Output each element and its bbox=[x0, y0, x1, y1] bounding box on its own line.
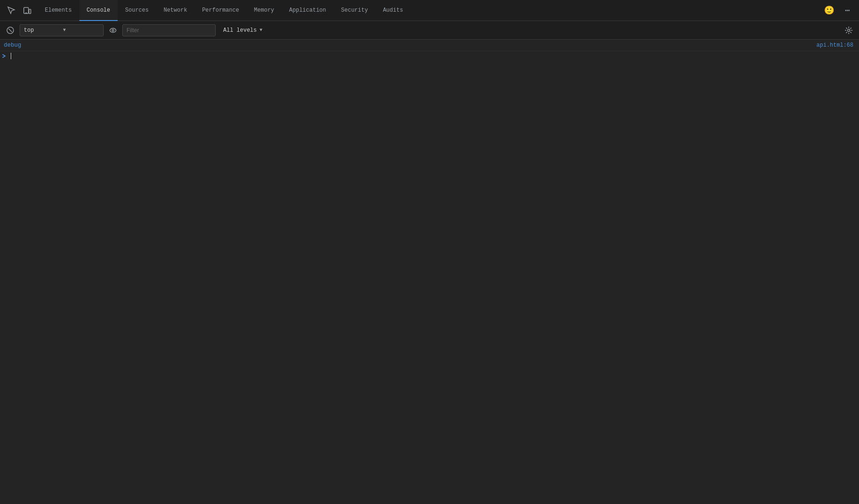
console-prompt-icon bbox=[2, 53, 8, 59]
log-source[interactable]: api.html:68 bbox=[817, 41, 853, 49]
tab-audits[interactable]: Audits bbox=[375, 0, 410, 21]
live-expression-icon[interactable] bbox=[106, 24, 120, 37]
tab-bar-right: 🙂 ⋯ bbox=[822, 3, 855, 18]
levels-label: All levels bbox=[223, 27, 257, 34]
more-options-icon[interactable]: ⋯ bbox=[840, 3, 855, 18]
tab-bar-left bbox=[4, 3, 35, 18]
tab-security[interactable]: Security bbox=[334, 0, 376, 21]
context-value: top bbox=[24, 27, 60, 34]
tab-items: Elements Console Sources Network Perform… bbox=[37, 0, 410, 21]
console-toolbar: top ▼ All levels ▼ bbox=[0, 21, 859, 40]
context-chevron-icon: ▼ bbox=[63, 28, 99, 33]
device-toggle-icon[interactable] bbox=[20, 3, 35, 18]
tab-sources[interactable]: Sources bbox=[118, 0, 156, 21]
cursor-blink bbox=[11, 53, 11, 59]
console-input-row[interactable] bbox=[0, 51, 859, 61]
tab-elements[interactable]: Elements bbox=[37, 0, 79, 21]
tab-performance[interactable]: Performance bbox=[195, 0, 246, 21]
feedback-icon[interactable]: 🙂 bbox=[822, 3, 837, 18]
clear-console-icon[interactable] bbox=[4, 24, 17, 37]
log-text: debug bbox=[4, 41, 817, 49]
tab-memory[interactable]: Memory bbox=[246, 0, 282, 21]
svg-rect-1 bbox=[29, 9, 31, 14]
svg-line-4 bbox=[9, 28, 12, 32]
settings-icon[interactable] bbox=[842, 24, 855, 37]
inspect-icon[interactable] bbox=[4, 3, 19, 18]
tab-bar: Elements Console Sources Network Perform… bbox=[0, 0, 859, 21]
tab-network[interactable]: Network bbox=[156, 0, 194, 21]
console-log-row: debug api.html:68 bbox=[0, 40, 859, 51]
console-input-area[interactable] bbox=[10, 53, 859, 59]
svg-point-6 bbox=[112, 29, 114, 31]
levels-dropdown[interactable]: All levels ▼ bbox=[218, 24, 267, 36]
svg-point-7 bbox=[848, 29, 850, 31]
console-output[interactable]: debug api.html:68 bbox=[0, 40, 859, 504]
svg-point-5 bbox=[110, 28, 116, 32]
console-main: debug api.html:68 bbox=[0, 40, 859, 504]
levels-chevron-icon: ▼ bbox=[260, 28, 262, 33]
filter-input[interactable] bbox=[122, 24, 216, 36]
tab-console[interactable]: Console bbox=[79, 0, 118, 21]
context-selector[interactable]: top ▼ bbox=[20, 24, 104, 36]
tab-application[interactable]: Application bbox=[282, 0, 333, 21]
